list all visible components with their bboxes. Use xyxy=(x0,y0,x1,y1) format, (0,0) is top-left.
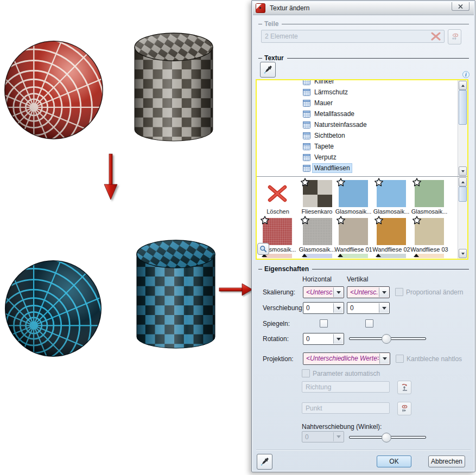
texture-tile-partial[interactable] xyxy=(339,254,368,258)
dialog-titlebar[interactable]: Textur ändern xyxy=(253,2,474,15)
dialog-title: Textur ändern xyxy=(270,4,309,12)
delete-x-icon xyxy=(267,184,288,203)
texture-thumbnail-grid[interactable]: Löschen Fliesenkaro Glasmosaik... Glasmo… xyxy=(257,177,467,259)
category-list-scrollbar[interactable] xyxy=(458,80,467,176)
proportional-checkbox xyxy=(395,288,403,296)
info-icon[interactable]: i xyxy=(462,71,469,78)
clear-elements-icon xyxy=(431,32,441,41)
point-pick-icon xyxy=(401,405,409,413)
column-header-horizontal: Horizontal xyxy=(302,275,332,283)
group-teile-caption: Teile xyxy=(264,20,278,28)
tile-label: Wandfliese 03 xyxy=(408,246,450,253)
favorite-star-icon[interactable] xyxy=(412,178,421,187)
chevron-down-icon xyxy=(382,307,386,310)
scroll-down-icon xyxy=(461,253,465,255)
cancel-button[interactable]: Abbrechen xyxy=(428,455,465,467)
texture-group-icon xyxy=(303,80,310,85)
favorite-star-icon[interactable] xyxy=(261,216,269,224)
scroll-down-button[interactable] xyxy=(459,249,467,258)
texture-category-item[interactable]: Mauer xyxy=(257,98,458,108)
texture-category-item[interactable]: Klinker xyxy=(257,80,458,87)
texture-category-item-selected[interactable]: Wandfliesen xyxy=(257,163,458,174)
verschiebung-horizontal-combo[interactable]: 0 xyxy=(303,302,344,314)
punkt-pick-button xyxy=(397,402,411,415)
texture-category-item[interactable]: Tapete xyxy=(257,141,458,152)
favorite-star-icon[interactable] xyxy=(412,216,421,224)
pick-texture-button[interactable] xyxy=(260,62,276,78)
favorite-star-icon[interactable] xyxy=(375,178,383,187)
scroll-down-button[interactable] xyxy=(459,166,467,176)
rotation-slider-thumb[interactable] xyxy=(382,334,391,344)
favorite-star-icon[interactable] xyxy=(301,178,309,187)
rotation-combo[interactable]: 0 xyxy=(303,333,344,345)
chevron-down-icon xyxy=(383,357,387,360)
scrollbar-thumb[interactable] xyxy=(459,90,467,125)
blue-cylinder-render xyxy=(136,237,216,351)
scroll-up-button[interactable] xyxy=(459,81,467,90)
combo-dropdown-button[interactable] xyxy=(333,334,343,344)
texture-category-item[interactable]: Verputz xyxy=(257,152,458,163)
texture-tile-partial[interactable] xyxy=(415,254,444,258)
screenshot-root: Textur ändern Teile Textur xyxy=(0,0,476,475)
skalierung-horizontal-combo[interactable]: <Untersc... xyxy=(303,286,344,298)
favorite-star-icon[interactable] xyxy=(301,216,309,224)
close-button[interactable] xyxy=(452,2,469,11)
transform-arrow-right xyxy=(218,282,255,298)
tile-label: Wandfliese 02 xyxy=(370,246,412,253)
favorite-star-icon[interactable] xyxy=(337,216,345,224)
projektion-label: Projektion: xyxy=(263,355,294,363)
close-icon xyxy=(458,4,463,9)
direction-pick-icon xyxy=(401,383,409,391)
projektion-combo[interactable]: <Unterschiedliche Werte> xyxy=(303,352,390,365)
parameter-automatisch-label: Parameter automatisch xyxy=(313,370,380,377)
nahtverschiebung-slider-thumb[interactable] xyxy=(382,433,391,442)
verschiebung-label: Verschiebung: xyxy=(263,304,304,312)
chevron-down-icon xyxy=(337,338,341,341)
texture-tile-partial[interactable] xyxy=(303,254,332,258)
texture-group-icon xyxy=(303,121,310,129)
texture-tile-delete[interactable] xyxy=(263,180,292,207)
richtung-field xyxy=(302,381,390,393)
texture-category-item[interactable]: Sichtbeton xyxy=(257,130,458,141)
group-eigenschaften-caption: Eigenschaften xyxy=(264,265,309,273)
eyedropper-icon xyxy=(259,457,270,467)
eyedropper-icon xyxy=(263,65,273,75)
transform-arrow-down xyxy=(102,153,120,203)
texture-group-icon xyxy=(303,111,310,118)
texture-category-item[interactable]: Metallfassade xyxy=(257,108,458,119)
elements-field xyxy=(261,30,445,43)
footer-pick-texture-button[interactable] xyxy=(257,454,272,470)
texture-tile-partial[interactable] xyxy=(377,254,406,258)
texture-category-list[interactable]: Klinker Lärmschutz Mauer Metallfassade N… xyxy=(257,80,467,177)
spiegeln-horizontal-checkbox[interactable] xyxy=(320,319,328,328)
spiegeln-vertikal-checkbox[interactable] xyxy=(365,319,373,328)
gray-cylinder-render xyxy=(133,31,214,143)
red-sphere-render xyxy=(3,39,105,141)
texture-category-item[interactable]: Lärmschutz xyxy=(257,87,458,98)
footer-separator xyxy=(256,450,471,450)
eye-move-icon xyxy=(450,33,459,41)
scroll-up-icon xyxy=(461,85,465,87)
favorite-star-icon[interactable] xyxy=(375,216,383,224)
combo-dropdown-button[interactable] xyxy=(379,354,389,364)
verschiebung-vertikal-combo[interactable]: 0 xyxy=(347,302,390,314)
tile-label: Glasmosaik... xyxy=(408,208,450,215)
scrollbar-thumb[interactable] xyxy=(459,187,467,202)
combo-dropdown-button[interactable] xyxy=(333,303,343,313)
zoom-preview-button[interactable] xyxy=(257,243,269,255)
combo-dropdown-button[interactable] xyxy=(333,287,343,297)
skalierung-vertikal-combo[interactable]: <Untersc... xyxy=(347,286,390,298)
kantbleche-checkbox xyxy=(396,355,404,363)
chevron-down-icon xyxy=(337,307,341,310)
texture-group-icon xyxy=(303,132,310,139)
scroll-up-button[interactable] xyxy=(459,177,467,187)
blue-sphere-render xyxy=(3,259,103,358)
texture-category-item[interactable]: Natursteinfassade xyxy=(257,119,458,130)
ok-button[interactable]: OK xyxy=(377,455,411,467)
combo-dropdown-button[interactable] xyxy=(379,287,389,297)
favorite-star-icon[interactable] xyxy=(337,178,345,187)
texture-group-icon xyxy=(303,154,310,161)
column-header-vertikal: Vertikal xyxy=(347,275,368,283)
thumbnail-scrollbar[interactable] xyxy=(458,177,467,259)
combo-dropdown-button[interactable] xyxy=(379,303,389,313)
